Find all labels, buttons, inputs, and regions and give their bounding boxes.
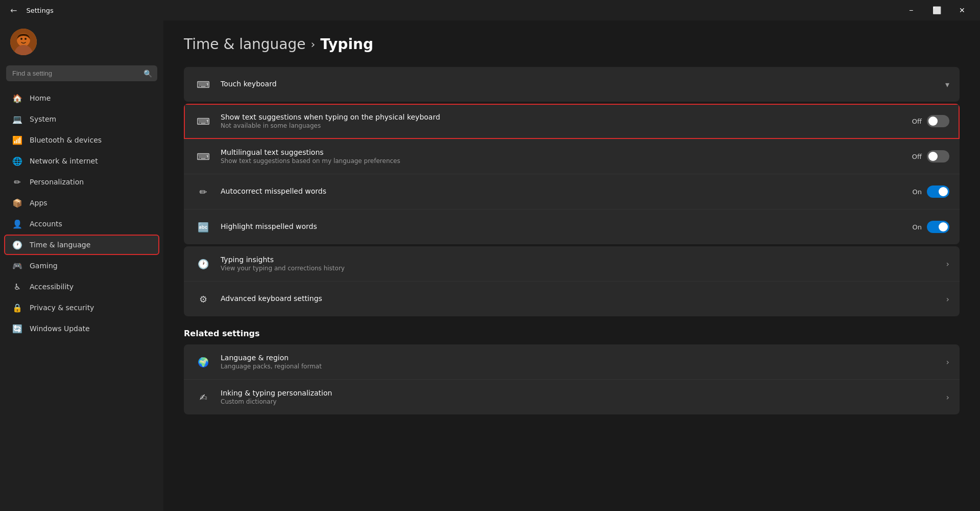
related-row-inking-typing[interactable]: ✍ Inking & typing personalization Custom… (184, 380, 960, 414)
nav-row-advanced-keyboard[interactable]: ⚙ Advanced keyboard settings › (184, 282, 960, 316)
settings-row-autocorrect[interactable]: ✏ Autocorrect misspelled words On (184, 174, 960, 210)
search-icon: 🔍 (144, 69, 152, 78)
sidebar-item-windows-update[interactable]: 🔄 Windows Update (4, 318, 159, 339)
icon-multilingual-text: ⌨ (194, 147, 212, 166)
title-highlight-misspelled: Highlight misspelled words (221, 222, 913, 230)
sidebar-item-apps[interactable]: 📦 Apps (4, 193, 159, 213)
touch-keyboard-chevron: ▾ (945, 80, 949, 89)
subtitle-language-region: Language packs, regional format (221, 363, 946, 370)
toggle-label-multilingual-text: Off (912, 153, 922, 160)
nav-label-gaming: Gaming (30, 262, 58, 270)
related-settings-card: 🌍 Language & region Language packs, regi… (184, 344, 960, 414)
minimize-button[interactable]: − (899, 2, 923, 18)
sidebar-item-network[interactable]: 🌐 Network & internet (4, 151, 159, 171)
toggle-multilingual-text[interactable] (927, 150, 949, 162)
titlebar: ← Settings − ⬜ ✕ (0, 0, 980, 20)
nav-icon-time-language: 🕐 (12, 240, 22, 250)
touch-keyboard-title: Touch keyboard (221, 80, 945, 88)
chevron-language-region: › (946, 357, 949, 367)
nav-icon-network: 🌐 (12, 156, 22, 166)
sidebar-item-privacy-security[interactable]: 🔒 Privacy & security (4, 297, 159, 318)
nav-icon-system: 💻 (12, 114, 22, 124)
breadcrumb-parent: Time & language (184, 36, 306, 53)
toggle-highlight-misspelled[interactable] (927, 221, 949, 233)
maximize-button[interactable]: ⬜ (925, 2, 948, 18)
sidebar-item-system[interactable]: 💻 System (4, 109, 159, 129)
nav-label-time-language: Time & language (30, 241, 90, 249)
text-highlight-misspelled: Highlight misspelled words (221, 222, 913, 231)
sidebar-item-accounts[interactable]: 👤 Accounts (4, 214, 159, 234)
title-typing-insights: Typing insights (221, 256, 946, 264)
nav-list: 🏠 Home 💻 System 📶 Bluetooth & devices 🌐 … (0, 87, 163, 339)
icon-advanced-keyboard: ⚙ (194, 290, 212, 308)
toggle-thumb-highlight-misspelled (939, 222, 948, 231)
sidebar-item-gaming[interactable]: 🎮 Gaming (4, 256, 159, 276)
toggle-autocorrect[interactable] (927, 185, 949, 198)
nav-icon-accounts: 👤 (12, 219, 22, 229)
control-multilingual-text: Off (912, 150, 949, 162)
related-row-language-region[interactable]: 🌍 Language & region Language packs, regi… (184, 344, 960, 380)
subtitle-multilingual-text: Show text suggestions based on my langua… (221, 157, 912, 165)
nav-row-typing-insights[interactable]: 🕐 Typing insights View your typing and c… (184, 246, 960, 282)
window-controls: − ⬜ ✕ (899, 2, 974, 18)
settings-row-show-text-suggestions[interactable]: ⌨ Show text suggestions when typing on t… (184, 104, 960, 139)
nav-label-accounts: Accounts (30, 220, 62, 228)
settings-row-highlight-misspelled[interactable]: 🔤 Highlight misspelled words On (184, 210, 960, 244)
sidebar-item-bluetooth[interactable]: 📶 Bluetooth & devices (4, 130, 159, 150)
search-container: 🔍 (6, 65, 157, 81)
sidebar-item-home[interactable]: 🏠 Home (4, 88, 159, 108)
control-autocorrect: On (913, 185, 949, 198)
nav-icon-gaming: 🎮 (12, 261, 22, 271)
subtitle-show-text-suggestions: Not available in some languages (221, 122, 912, 129)
settings-row-multilingual-text[interactable]: ⌨ Multilingual text suggestions Show tex… (184, 139, 960, 174)
sidebar-item-personalization[interactable]: ✏️ Personalization (4, 172, 159, 192)
svg-point-4 (25, 38, 27, 40)
touch-keyboard-icon: ⌨ (194, 75, 212, 94)
nav-label-apps: Apps (30, 199, 47, 207)
nav-label-system: System (30, 115, 56, 123)
control-show-text-suggestions: Off (912, 115, 949, 127)
icon-autocorrect: ✏ (194, 182, 212, 201)
close-button[interactable]: ✕ (950, 2, 974, 18)
toggle-thumb-autocorrect (939, 187, 948, 196)
touch-keyboard-row[interactable]: ⌨ Touch keyboard ▾ (184, 67, 960, 102)
text-show-text-suggestions: Show text suggestions when typing on the… (221, 113, 912, 129)
search-input[interactable] (6, 65, 157, 81)
app-title: Settings (26, 7, 53, 14)
chevron-typing-insights: › (946, 259, 949, 269)
text-autocorrect: Autocorrect misspelled words (221, 187, 913, 196)
nav-label-privacy-security: Privacy & security (30, 304, 94, 312)
sidebar-item-time-language[interactable]: 🕐 Time & language (4, 235, 159, 255)
title-language-region: Language & region (221, 354, 946, 362)
toggle-label-autocorrect: On (913, 188, 922, 196)
icon-highlight-misspelled: 🔤 (194, 218, 212, 236)
subtitle-typing-insights: View your typing and corrections history (221, 265, 946, 272)
nav-label-windows-update: Windows Update (30, 324, 90, 333)
chevron-advanced-keyboard: › (946, 294, 949, 304)
touch-keyboard-text: Touch keyboard (221, 80, 945, 89)
control-highlight-misspelled: On (913, 221, 949, 233)
nav-label-accessibility: Accessibility (30, 283, 74, 291)
text-language-region: Language & region Language packs, region… (221, 354, 946, 370)
toggle-show-text-suggestions[interactable] (927, 115, 949, 127)
toggle-label-show-text-suggestions: Off (912, 118, 922, 125)
nav-label-network: Network & internet (30, 157, 98, 165)
title-inking-typing: Inking & typing personalization (221, 389, 946, 397)
text-advanced-keyboard: Advanced keyboard settings (221, 294, 946, 304)
nav-icon-home: 🏠 (12, 93, 22, 103)
main-content: Time & language › Typing ⌨ Touch keyboar… (163, 20, 980, 511)
app-body: 🔍 🏠 Home 💻 System 📶 Bluetooth & devices … (0, 20, 980, 511)
nav-icon-accessibility: ♿ (12, 282, 22, 292)
related-settings-title: Related settings (184, 329, 960, 338)
nav-label-home: Home (30, 94, 51, 102)
nav-card: 🕐 Typing insights View your typing and c… (184, 246, 960, 316)
title-show-text-suggestions: Show text suggestions when typing on the… (221, 113, 912, 121)
breadcrumb-separator: › (311, 38, 316, 51)
avatar[interactable] (10, 29, 37, 55)
nav-icon-privacy-security: 🔒 (12, 303, 22, 313)
sidebar-item-accessibility[interactable]: ♿ Accessibility (4, 276, 159, 297)
titlebar-left: ← Settings (6, 4, 54, 17)
back-icon[interactable]: ← (6, 4, 21, 17)
icon-typing-insights: 🕐 (194, 254, 212, 273)
sidebar: 🔍 🏠 Home 💻 System 📶 Bluetooth & devices … (0, 20, 163, 511)
